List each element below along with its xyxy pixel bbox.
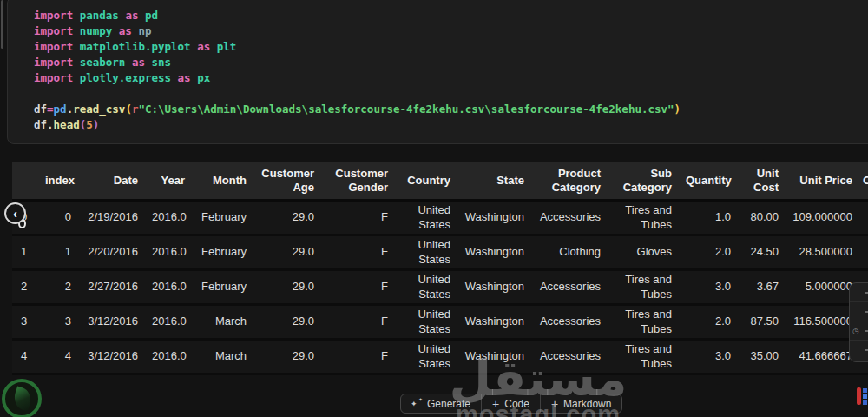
cell-toolbar-panel[interactable]: ◷ [849, 282, 868, 362]
table-cell: Clothing [531, 236, 608, 271]
table-cell: United States [395, 271, 457, 306]
table-cell: 2/27/2016 [78, 271, 145, 306]
code-token: pd [145, 9, 158, 22]
code-line[interactable]: import pandas as pd [34, 8, 681, 23]
code-token: as [125, 9, 145, 22]
table-cell: March [192, 341, 253, 375]
add-markdown-button[interactable]: + Markdown [541, 394, 622, 413]
table-cell: 29.0 [253, 202, 321, 236]
column-header[interactable]: Customer Gender [321, 162, 395, 202]
leaf-icon [11, 386, 34, 411]
table-cell: 28.500000 [786, 236, 859, 271]
code-token: seaborn [80, 56, 132, 69]
column-header[interactable]: C [859, 162, 868, 202]
column-header[interactable]: Country [395, 162, 457, 202]
table-row: 443/12/20162016.0March29.0FUnited States… [12, 341, 868, 375]
column-header[interactable] [12, 162, 38, 202]
table-cell: Tires and Tubes [608, 202, 679, 236]
code-token: plotly.express [80, 71, 178, 84]
plus-icon: + [492, 398, 499, 410]
code-token: np [138, 24, 151, 37]
table-cell: 3.67 [738, 271, 786, 306]
mini-logo-icon [856, 385, 868, 411]
scroll-left-button[interactable]: ‹ [4, 202, 26, 224]
table-cell: 1 [38, 236, 78, 271]
code-line[interactable]: import numpy as np [34, 23, 681, 39]
column-header[interactable]: Date [78, 162, 145, 202]
table-cell: United States [395, 202, 457, 236]
scrollbar-fragment[interactable] [1, 0, 3, 49]
code-lines: import pandas as pdimport numpy as npimp… [34, 8, 681, 133]
table-cell: Accessories [531, 202, 608, 236]
column-header[interactable]: Year [145, 162, 192, 202]
code-token: import [34, 56, 80, 69]
table-cell: 87.50 [738, 306, 786, 341]
table-cell: 29.0 [253, 306, 321, 341]
code-token: sns [151, 56, 171, 69]
table-cell: 2.0 [679, 236, 738, 271]
clock-icon: ◷ [852, 327, 859, 335]
code-token: . [47, 118, 54, 131]
add-code-button[interactable]: + Code [482, 394, 541, 413]
table-cell: February [192, 202, 253, 236]
code-token: pd [54, 103, 67, 116]
code-line[interactable] [34, 86, 681, 102]
table-cell: 29.0 [253, 341, 321, 375]
code-line[interactable]: df.head(5) [34, 117, 681, 133]
table-body: 002/19/20162016.0February29.0FUnited Sta… [12, 202, 868, 375]
code-cell[interactable]: import pandas as pdimport numpy as npimp… [7, 0, 868, 144]
column-header[interactable]: index [38, 162, 78, 202]
table-cell: Washington [457, 236, 531, 271]
table-cell: Gloves [608, 236, 679, 271]
code-token: ) [674, 103, 681, 116]
toolbar-panel-item[interactable] [850, 283, 868, 302]
code-token: df [34, 118, 47, 131]
code-token: import [34, 24, 80, 37]
column-header[interactable]: Unit Cost [738, 162, 786, 202]
code-line[interactable]: import plotly.express as px [34, 70, 681, 86]
code-line[interactable]: import seaborn as sns [34, 55, 681, 70]
column-header[interactable]: Customer Age [253, 162, 321, 202]
code-token: = [47, 103, 54, 116]
table-cell: 2016.0 [145, 341, 192, 375]
code-line[interactable]: df=pd.read_csv(r"C:\Users\Admin\Download… [34, 102, 681, 117]
code-token: head [54, 118, 80, 131]
table-cell: 2016.0 [145, 236, 192, 271]
toolbar-panel-item[interactable]: ◷ [850, 321, 868, 341]
chevron-left-icon: ‹ [13, 208, 17, 220]
sparkle-icon: ✦ ✦ [411, 399, 422, 409]
table-cell: 2.0 [679, 306, 738, 341]
table-cell: 29.0 [253, 236, 321, 271]
column-header[interactable]: Month [192, 162, 253, 202]
table-cell: 1.0 [679, 202, 738, 236]
generate-button[interactable]: ✦ ✦ Generate [401, 394, 482, 413]
table-cell: 4 [12, 341, 38, 375]
code-token: matplotlib.pyplot [80, 40, 197, 53]
table-cell: 2/20/2016 [78, 236, 145, 271]
table-cell: Tires and Tubes [608, 306, 679, 341]
column-header[interactable]: Unit Price [786, 162, 859, 202]
column-header[interactable]: Product Category [531, 162, 608, 202]
table-row: 333/12/20162016.0March29.0FUnited States… [12, 306, 868, 341]
table-cell: 3 [12, 306, 38, 341]
table-cell: March [192, 306, 253, 341]
table-cell: February [192, 236, 253, 271]
table-cell: F [321, 202, 395, 236]
table-row: 112/20/20162016.0February29.0FUnited Sta… [12, 236, 868, 271]
column-header[interactable]: State [457, 162, 531, 202]
table-cell: Washington [457, 306, 531, 341]
add-code-button-label: Code [504, 398, 529, 410]
column-header[interactable]: Sub Category [608, 162, 679, 202]
code-line[interactable]: import matplotlib.pyplot as plt [34, 39, 681, 55]
generate-button-label: Generate [427, 398, 470, 410]
column-header[interactable]: Quantity [679, 162, 738, 202]
toolbar-panel-item[interactable] [850, 341, 868, 360]
table-cell: 2016.0 [145, 271, 192, 306]
table-cell: 80.00 [738, 202, 786, 236]
table-row: 002/19/20162016.0February29.0FUnited Sta… [12, 202, 868, 236]
table-cell: 3/12/2016 [78, 341, 145, 375]
table-cell: Washington [457, 202, 531, 236]
toolbar-panel-item[interactable] [850, 302, 868, 321]
table-cell [859, 236, 868, 271]
table-cell: Accessories [531, 271, 608, 306]
